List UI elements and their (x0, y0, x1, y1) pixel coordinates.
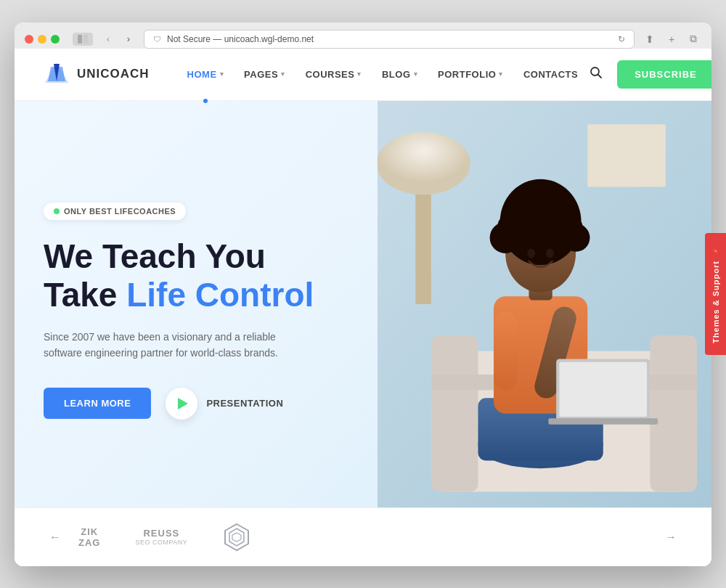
svg-point-33 (527, 248, 535, 258)
svg-line-6 (598, 74, 602, 78)
brand-reuss: REUSS SEO COMPANY (135, 528, 187, 546)
hero-badge: ONLY BEST LIFECOACHES (44, 203, 186, 220)
brand-zigzag-text2: ZAG (78, 537, 100, 548)
hero-title-line1: We Teach You (44, 237, 266, 275)
hero-subtitle: Since 2007 we have been a visionary and … (44, 329, 305, 362)
svg-rect-13 (650, 335, 697, 491)
address-text: Not Secure — unicoach.wgl-demo.net (167, 34, 314, 44)
search-button[interactable] (587, 63, 605, 86)
nav-item-courses[interactable]: COURSES ▾ (297, 63, 370, 86)
tabs-button[interactable]: ⧉ (685, 31, 701, 47)
svg-rect-22 (548, 418, 658, 425)
nav-item-home[interactable]: HOME ▾ (179, 63, 233, 86)
svg-rect-21 (559, 362, 647, 416)
share-button[interactable]: ⬆ (642, 31, 658, 47)
hero-left: ONLY BEST LIFECOACHES We Teach You Take … (15, 101, 378, 507)
close-button[interactable] (25, 35, 33, 44)
logo-icon (44, 61, 70, 87)
learn-more-button[interactable]: LEARN MORE (44, 388, 151, 419)
reload-button[interactable]: ↻ (618, 34, 625, 44)
main-nav: HOME ▾ PAGES ▾ COURSES ▾ BLOG ▾ PORTFOLI… (179, 63, 587, 86)
play-button-area[interactable]: PRESENTATION (166, 388, 283, 420)
brand-hexagon-icon (222, 523, 251, 552)
brand-item-zigzag: ZIK ZAG (78, 526, 100, 548)
svg-rect-8 (587, 124, 666, 187)
sidebar-toggle-button[interactable] (73, 33, 93, 46)
nav-dropdown-arrow-portfolio: ▾ (499, 70, 503, 78)
hero-section: ONLY BEST LIFECOACHES We Teach You Take … (15, 101, 711, 507)
maximize-button[interactable] (51, 35, 60, 44)
svg-point-34 (546, 248, 554, 258)
minimize-button[interactable] (38, 35, 46, 44)
nav-item-portfolio[interactable]: PORTFOLIO ▾ (429, 63, 512, 86)
nav-label-blog: BLOG (382, 69, 411, 80)
nav-dropdown-arrow-pages: ▾ (281, 70, 285, 78)
themes-support-tab[interactable]: 🔖 Themes & Support (705, 233, 711, 355)
svg-point-32 (561, 216, 583, 238)
brands-prev-button[interactable]: ← (44, 526, 67, 549)
traffic-lights (25, 35, 60, 44)
brand-item-hex (222, 523, 251, 552)
svg-rect-1 (83, 35, 88, 44)
address-bar-container: 🛡 Not Secure — unicoach.wgl-demo.net ↻ (144, 30, 635, 49)
nav-dropdown-arrow-home: ▾ (220, 70, 224, 78)
svg-rect-19 (494, 311, 517, 390)
browser-actions: ⬆ + ⧉ (642, 31, 701, 47)
brand-zigzag-text1: ZIK (81, 526, 98, 537)
new-tab-button[interactable]: + (664, 31, 680, 47)
nav-label-pages: PAGES (244, 69, 278, 80)
brand-reuss-text: REUSS (143, 528, 179, 539)
site-header: UNICOACH HOME ▾ PAGES ▾ COURSES ▾ BLOG ▾ (15, 49, 711, 101)
badge-dot (54, 208, 60, 214)
brands-next-button[interactable]: → (659, 526, 682, 549)
play-triangle-icon (178, 398, 188, 409)
play-circle (166, 388, 197, 420)
hero-right (378, 101, 711, 507)
hero-title: We Teach You Take Life Control (44, 237, 348, 314)
logo-area: UNICOACH (44, 61, 150, 87)
brand-reuss-sub: SEO COMPANY (135, 539, 187, 546)
svg-point-10 (378, 132, 470, 195)
back-button[interactable]: ‹ (100, 31, 116, 47)
hero-badge-text: ONLY BEST LIFECOACHES (64, 207, 176, 216)
address-bar[interactable]: 🛡 Not Secure — unicoach.wgl-demo.net ↻ (144, 30, 635, 49)
hero-illustration (378, 101, 711, 507)
browser-window: ‹ › 🛡 Not Secure — unicoach.wgl-demo.net… (15, 23, 711, 566)
presentation-label: PRESENTATION (206, 398, 283, 409)
search-icon (590, 66, 603, 79)
lock-icon: 🛡 (153, 35, 161, 44)
brands-list: ZIK ZAG REUSS SEO COMPANY (78, 523, 648, 552)
nav-item-contacts[interactable]: CONTACTS (515, 63, 587, 86)
svg-rect-12 (431, 335, 478, 491)
svg-marker-36 (229, 528, 244, 546)
svg-point-31 (497, 214, 521, 237)
themes-label: Themes & Support (711, 261, 712, 343)
nav-dropdown-arrow-courses: ▾ (357, 70, 362, 78)
logo-text: UNICOACH (77, 67, 150, 81)
nav-item-pages[interactable]: PAGES ▾ (235, 63, 294, 86)
hero-title-normal: Take (44, 276, 126, 314)
nav-item-blog[interactable]: BLOG ▾ (373, 63, 426, 86)
themes-icon: 🔖 (711, 245, 711, 255)
nav-dropdown-arrow-blog: ▾ (414, 70, 418, 78)
hero-image-container (378, 101, 711, 507)
hero-title-highlight: Life Control (126, 276, 314, 314)
window-controls (73, 33, 93, 46)
hero-actions: LEARN MORE PRESENTATION (44, 388, 348, 420)
svg-rect-0 (78, 35, 82, 44)
nav-label-home: HOME (187, 69, 217, 80)
nav-label-courses: COURSES (306, 69, 355, 80)
brands-section: ← ZIK ZAG REUSS SEO COMPANY (15, 507, 711, 566)
nav-label-contacts: CONTACTS (523, 69, 578, 80)
brand-item-reuss: REUSS SEO COMPANY (135, 528, 187, 546)
nav-label-portfolio: PORTFOLIO (438, 69, 496, 80)
nav-buttons: ‹ › (100, 31, 136, 47)
subscribe-button[interactable]: SUBSCRIBE (617, 60, 711, 89)
svg-point-30 (523, 193, 558, 227)
browser-chrome: ‹ › 🛡 Not Secure — unicoach.wgl-demo.net… (15, 23, 711, 49)
browser-titlebar: ‹ › 🛡 Not Secure — unicoach.wgl-demo.net… (25, 30, 701, 49)
brand-zigzag: ZIK ZAG (78, 526, 100, 548)
forward-button[interactable]: › (121, 31, 136, 47)
header-right: SUBSCRIBE (587, 60, 711, 89)
svg-marker-37 (232, 533, 241, 542)
